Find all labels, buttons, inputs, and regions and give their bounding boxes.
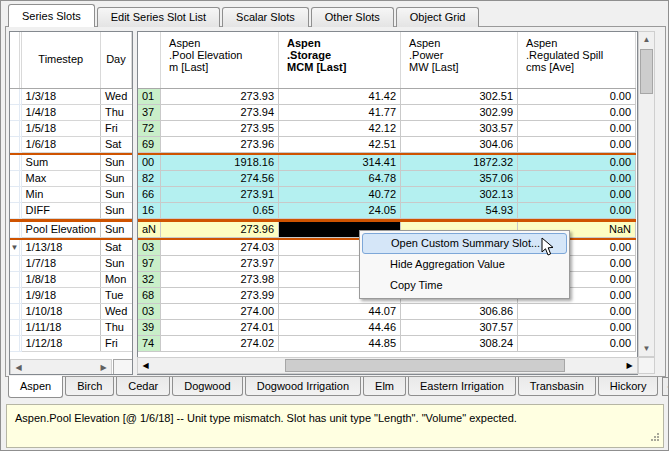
clipped-value-cell[interactable]: 69 [138, 136, 161, 152]
timestep-cell[interactable]: 1/4/18 [21, 104, 100, 120]
tab-scalar-slots[interactable]: Scalar Slots [222, 7, 309, 27]
scroll-right-icon[interactable]: ▶ [96, 360, 111, 375]
clipped-value-cell[interactable]: 00 [138, 155, 161, 171]
storage-cell[interactable]: 41.42 [279, 88, 401, 104]
pool-elevation-cell[interactable]: 274.02 [161, 336, 279, 352]
storage-column-header[interactable]: Aspen.StorageMCM [Last] [279, 32, 401, 88]
day-cell[interactable]: Sun [100, 171, 131, 187]
clipped-value-cell[interactable]: 03 [138, 240, 161, 256]
timestep-cell[interactable]: 1/7/18 [21, 256, 100, 272]
clipped-value-cell[interactable]: 16 [138, 203, 161, 219]
day-cell[interactable]: Mon [100, 272, 131, 288]
pool-elevation-cell[interactable]: 274.03 [161, 240, 279, 256]
regulated-spill-cell[interactable]: 0.00 [518, 187, 636, 203]
day-cell[interactable]: Thu [100, 320, 131, 336]
tab-birch[interactable]: Birch [65, 377, 114, 396]
clipped-value-cell[interactable]: 68 [138, 288, 161, 304]
timestep-cell[interactable]: 1/3/18 [21, 88, 100, 104]
resize-grip-icon[interactable] [650, 432, 660, 444]
clipped-value-cell[interactable]: 01 [138, 88, 161, 104]
tab-edit-series-slot-list[interactable]: Edit Series Slot List [97, 7, 220, 27]
timestep-cell[interactable]: 1/6/18 [21, 136, 100, 152]
power-cell[interactable]: 308.24 [401, 336, 518, 352]
clipped-value-cell[interactable]: 72 [138, 120, 161, 136]
scroll-up-icon[interactable]: ▲ [639, 32, 654, 47]
power-cell[interactable]: 54.93 [401, 203, 518, 219]
horizontal-scrollbar-thumb[interactable] [285, 359, 565, 372]
regulated-spill-cell[interactable]: 0.00 [518, 203, 636, 219]
storage-cell[interactable]: 40.72 [279, 187, 401, 203]
power-cell[interactable]: 306.86 [401, 304, 518, 320]
storage-cell[interactable]: 44.07 [279, 304, 401, 320]
timestep-cell[interactable]: 1/11/18 [21, 320, 100, 336]
storage-cell[interactable]: 44.46 [279, 320, 401, 336]
power-cell[interactable]: 302.99 [401, 104, 518, 120]
regulated-spill-cell[interactable]: 0.00 [518, 88, 636, 104]
regulated-spill-cell[interactable]: 0.00 [518, 104, 636, 120]
clipped-value-cell[interactable]: 37 [138, 104, 161, 120]
vertical-scrollbar[interactable]: ▲ ▼ [638, 31, 655, 357]
clipped-value-cell[interactable]: 97 [138, 256, 161, 272]
tab-transbasin[interactable]: Transbasin [518, 377, 596, 396]
day-cell[interactable]: Sun [100, 187, 131, 203]
day-cell[interactable]: Fri [100, 336, 131, 352]
pool-elevation-cell[interactable]: 1918.16 [161, 155, 279, 171]
pool-elevation-cell[interactable]: 273.96 [161, 136, 279, 152]
regulated-spill-cell[interactable]: 0.00 [518, 320, 636, 336]
pool-elevation-cell[interactable]: 273.96 [161, 222, 279, 238]
tab-hickory[interactable]: Hickory [598, 377, 659, 396]
timestep-cell[interactable]: 1/5/18 [21, 120, 100, 136]
tab-scroll-left-icon[interactable]: ◀ [662, 377, 669, 396]
storage-cell[interactable]: 24.05 [279, 203, 401, 219]
power-cell[interactable]: 304.06 [401, 136, 518, 152]
storage-cell[interactable]: 42.51 [279, 136, 401, 152]
scroll-right-icon[interactable]: ▶ [622, 358, 637, 373]
storage-cell[interactable]: 42.12 [279, 120, 401, 136]
timestep-cell[interactable]: Pool Elevation [21, 222, 100, 238]
power-cell[interactable]: 302.51 [401, 88, 518, 104]
timestep-cell[interactable]: DIFF [21, 203, 100, 219]
day-cell[interactable]: Sun [100, 222, 131, 238]
pool-elevation-column-header[interactable]: Aspen.Pool Elevationm [Last] [161, 32, 279, 88]
pool-elevation-cell[interactable]: 274.01 [161, 320, 279, 336]
day-cell[interactable]: Thu [100, 104, 131, 120]
right-horizontal-scrollbar[interactable]: ◀ ▶ [137, 357, 638, 374]
timestep-cell[interactable]: 1/12/18 [21, 336, 100, 352]
clipped-value-cell[interactable]: 82 [138, 171, 161, 187]
day-cell[interactable]: Sun [100, 155, 131, 171]
regulated-spill-cell[interactable]: 0.00 [518, 155, 636, 171]
tab-elm[interactable]: Elm [363, 377, 406, 396]
timestep-cell[interactable]: 1/9/18 [21, 288, 100, 304]
power-cell[interactable]: 357.06 [401, 171, 518, 187]
power-cell[interactable]: 303.57 [401, 120, 518, 136]
tab-aspen[interactable]: Aspen [8, 376, 63, 398]
pane-split-box[interactable] [113, 359, 133, 375]
scroll-down-icon[interactable]: ▼ [639, 341, 654, 356]
pool-elevation-cell[interactable]: 273.97 [161, 256, 279, 272]
storage-cell[interactable]: 64.78 [279, 171, 401, 187]
pool-elevation-cell[interactable]: 274.00 [161, 304, 279, 320]
storage-cell[interactable]: 44.85 [279, 336, 401, 352]
pool-elevation-cell[interactable]: 273.98 [161, 272, 279, 288]
menu-item-copy-time[interactable]: Copy Time [362, 275, 567, 296]
menu-item-hide-aggregation-value[interactable]: Hide Aggregation Value [362, 254, 567, 275]
regulated-spill-cell[interactable]: 0.00 [518, 171, 636, 187]
vertical-scrollbar-thumb[interactable] [640, 49, 653, 94]
regulated-spill-column-header[interactable]: Aspen.Regulated Spillcms [Ave] [518, 32, 636, 88]
clipped-value-cell[interactable]: 66 [138, 187, 161, 203]
tab-series-slots[interactable]: Series Slots [8, 4, 95, 27]
day-cell[interactable]: Tue [100, 288, 131, 304]
day-cell[interactable]: Sun [100, 203, 131, 219]
day-cell[interactable]: Fri [100, 120, 131, 136]
power-cell[interactable]: 307.57 [401, 320, 518, 336]
row-expander-icon[interactable]: ▼ [10, 240, 19, 256]
timestep-column-header[interactable]: Timestep [21, 32, 100, 88]
pool-elevation-cell[interactable]: 273.94 [161, 104, 279, 120]
pool-elevation-cell[interactable]: 273.99 [161, 288, 279, 304]
tab-dogwood[interactable]: Dogwood [172, 377, 242, 396]
regulated-spill-cell[interactable]: 0.00 [518, 120, 636, 136]
tab-object-grid[interactable]: Object Grid [396, 7, 480, 27]
day-cell[interactable]: Sat [100, 136, 131, 152]
regulated-spill-cell[interactable]: 0.00 [518, 304, 636, 320]
day-cell[interactable]: Wed [100, 88, 131, 104]
